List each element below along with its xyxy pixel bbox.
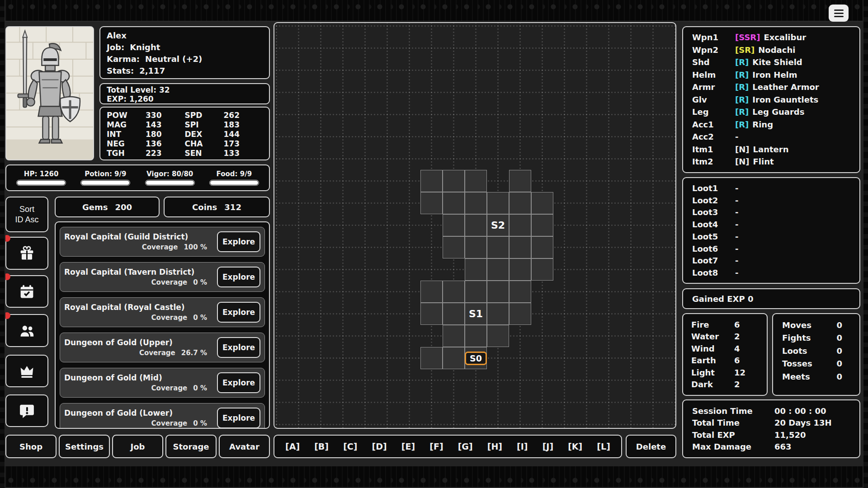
- loot-value: -: [735, 196, 738, 205]
- map-stage-label-s1[interactable]: S1: [465, 303, 487, 325]
- coverage-label: Coverage: [151, 314, 188, 322]
- footer-button[interactable]: Shop: [5, 435, 57, 458]
- equipment-value: [R]Iron Gauntlets: [735, 95, 818, 104]
- attributes-left-column: POW 330 MAG 143 INT 180 NEG 136: [107, 111, 185, 156]
- alert-bubble-icon: [19, 403, 35, 419]
- map-stage-label-s0[interactable]: S0: [465, 347, 487, 369]
- location-title: Dungeon of Gold (Mid): [64, 373, 212, 382]
- equipment-row: Armr [R]Leather Armor: [683, 81, 859, 94]
- info-label: Karma:: [107, 53, 140, 65]
- map-room-tile: [420, 192, 443, 214]
- delete-button[interactable]: Delete: [626, 435, 676, 458]
- resource-bar-track: [16, 180, 66, 186]
- map-room-tile: [443, 236, 465, 258]
- element-value: 6: [734, 320, 740, 329]
- character-info-rows: Job: Knight Karma: Neutral (+2) Stats: 2…: [107, 42, 263, 77]
- map-room-tile: [509, 214, 531, 236]
- resource-bar-track: [209, 180, 259, 186]
- location-title: Dungeon of Gold (Lower): [64, 408, 212, 418]
- loot-value: -: [735, 256, 738, 265]
- counter-row: Meets 0: [773, 370, 859, 383]
- equipment-row: Shd [R]Kite Shield: [683, 56, 859, 69]
- loot-row: Loot2 -: [683, 194, 859, 206]
- ranking-button[interactable]: [5, 355, 48, 387]
- counter-value: 0: [836, 320, 859, 330]
- footer-button[interactable]: Job: [112, 435, 163, 458]
- gems-label: Gems: [82, 202, 108, 212]
- resource-bar-label: Food: 9/9: [217, 170, 252, 178]
- session-label: Session Time: [683, 406, 774, 416]
- slot-button[interactable]: [D]: [372, 441, 387, 451]
- rarity-tag: [R]: [735, 95, 749, 104]
- ornamental-border-left: [0, 0, 5, 488]
- map-room-tile: [531, 236, 553, 258]
- element-value: 2: [734, 332, 740, 341]
- resource-bar: HP: 1260: [16, 170, 66, 186]
- menu-button[interactable]: [829, 5, 849, 22]
- attribute-value: 223: [146, 149, 162, 158]
- daily-calendar-button[interactable]: [5, 275, 48, 308]
- explore-button[interactable]: Explore: [217, 231, 260, 252]
- equipment-row: Itm1 [N]Lantern: [683, 143, 859, 156]
- footer-button[interactable]: Storage: [165, 435, 217, 458]
- location-row[interactable]: Royal Capital (Guild District) Coverage …: [60, 227, 265, 257]
- slot-button[interactable]: [E]: [401, 441, 415, 451]
- slot-button[interactable]: [F]: [429, 441, 443, 451]
- explore-button[interactable]: Explore: [217, 267, 260, 287]
- map-room-tile: [509, 170, 531, 192]
- loot-value: -: [735, 244, 738, 253]
- equipment-name: Leather Armor: [752, 82, 819, 92]
- footer-button[interactable]: Settings: [59, 435, 110, 458]
- social-button[interactable]: [5, 314, 48, 347]
- knight-illustration: [6, 27, 93, 160]
- coverage-label: Coverage: [151, 419, 188, 427]
- counter-name: Loots: [773, 346, 836, 356]
- loot-slot: Loot1: [683, 183, 735, 193]
- slot-button[interactable]: [L]: [597, 441, 610, 451]
- slot-button[interactable]: [K]: [568, 441, 582, 451]
- location-row[interactable]: Dungeon of Gold (Mid) Coverage 0 % Explo…: [60, 368, 265, 398]
- gift-button[interactable]: [5, 237, 48, 270]
- location-row[interactable]: Dungeon of Gold (Upper) Coverage 26.7 % …: [60, 333, 265, 362]
- footer-button[interactable]: Avatar: [219, 435, 270, 458]
- coins-value: 312: [224, 202, 241, 212]
- location-row[interactable]: Royal Capital (Royal Castle) Coverage 0 …: [60, 297, 265, 327]
- coverage-label: Coverage: [151, 384, 188, 392]
- slot-button[interactable]: [A]: [285, 441, 300, 451]
- location-text: Royal Capital (Tavern District) Coverage…: [64, 267, 212, 286]
- equipment-slot: Itm2: [683, 157, 735, 166]
- slot-button[interactable]: [I]: [517, 441, 528, 451]
- equipment-slot: Armr: [683, 82, 735, 92]
- loot-slot: Loot7: [683, 256, 735, 265]
- loot-row: Loot1 -: [683, 182, 859, 194]
- total-level: Total Level: 32: [107, 85, 263, 94]
- location-row[interactable]: Royal Capital (Tavern District) Coverage…: [60, 262, 265, 292]
- session-panel: Session Time 00 : 00 : 00 Total Time 20 …: [682, 399, 860, 458]
- location-text: Royal Capital (Guild District) Coverage …: [64, 232, 212, 251]
- explore-button[interactable]: Explore: [217, 372, 260, 393]
- map-stage-label-s2[interactable]: S2: [487, 214, 509, 236]
- slot-button[interactable]: [C]: [343, 441, 357, 451]
- session-label: Max Damage: [683, 442, 774, 451]
- slot-button[interactable]: [J]: [542, 441, 553, 451]
- explore-button[interactable]: Explore: [217, 337, 260, 358]
- sort-button[interactable]: Sort ID Asc: [5, 197, 48, 232]
- notices-button[interactable]: [5, 394, 48, 427]
- equipment-row: Helm [R]Iron Helm: [683, 69, 859, 81]
- save-slot-bar: [A] [B] [C] [D] [E] [F] [G] [H] [I] [J] …: [274, 435, 622, 458]
- slot-button[interactable]: [B]: [314, 441, 329, 451]
- slot-button[interactable]: [H]: [487, 441, 502, 451]
- equipment-row: Wpn2 [SR]Nodachi: [683, 44, 859, 56]
- location-row[interactable]: Dungeon of Gold (Lower) Coverage 0 % Exp…: [60, 403, 265, 429]
- element-row: Earth 6: [683, 355, 767, 367]
- info-value: 2,117: [139, 65, 165, 77]
- equipment-slot: Helm: [683, 70, 735, 80]
- slot-button[interactable]: [G]: [458, 441, 473, 451]
- location-coverage: Coverage 0 %: [151, 384, 207, 392]
- explore-button[interactable]: Explore: [217, 408, 260, 428]
- session-label: Total Time: [683, 418, 774, 427]
- map-stage-label-text: S2: [491, 220, 505, 231]
- map-room-tile: [465, 170, 487, 192]
- equipment-name: -: [735, 132, 738, 141]
- explore-button[interactable]: Explore: [217, 302, 260, 323]
